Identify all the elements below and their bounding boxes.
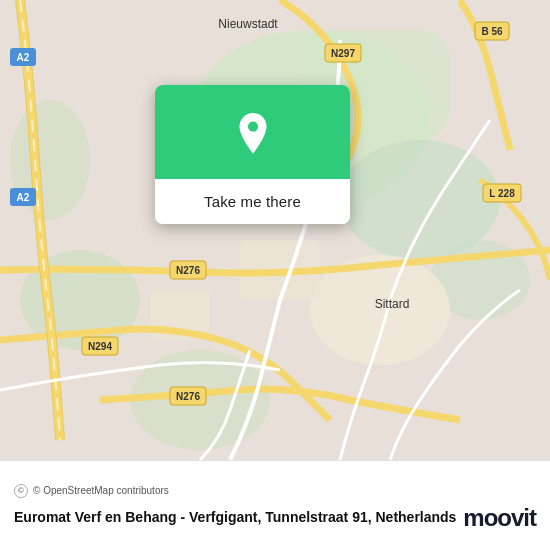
place-name: Euromat Verf en Behang - Verfgigant, Tun… [14,508,463,528]
svg-text:N276: N276 [176,391,200,402]
svg-text:N294: N294 [88,341,112,352]
attribution-text: © OpenStreetMap contributors [33,485,169,496]
attribution-row: © © OpenStreetMap contributors [14,484,536,498]
bottom-content: Euromat Verf en Behang - Verfgigant, Tun… [14,504,536,532]
svg-text:A2: A2 [17,52,30,63]
popup-card: Take me there [155,85,350,224]
svg-text:Sittard: Sittard [375,297,410,311]
location-pin-icon [231,113,275,157]
svg-point-29 [247,121,257,131]
moovit-logo: moovit [463,504,536,532]
popup-green-header [155,85,350,179]
svg-text:A2: A2 [17,192,30,203]
svg-text:Nieuwstadt: Nieuwstadt [218,17,278,31]
take-me-there-button[interactable]: Take me there [155,179,350,224]
moovit-logo-text: moovit [463,504,536,532]
svg-text:L 228: L 228 [489,188,515,199]
map-container: A2 A2 N297 B 56 L 228 N276 N294 N276 Nie… [0,0,550,460]
map-background: A2 A2 N297 B 56 L 228 N276 N294 N276 Nie… [0,0,550,460]
osm-icon: © [14,484,28,498]
svg-text:N297: N297 [331,48,355,59]
bottom-bar: © © OpenStreetMap contributors Euromat V… [0,460,550,550]
svg-text:N276: N276 [176,265,200,276]
svg-text:B 56: B 56 [481,26,503,37]
